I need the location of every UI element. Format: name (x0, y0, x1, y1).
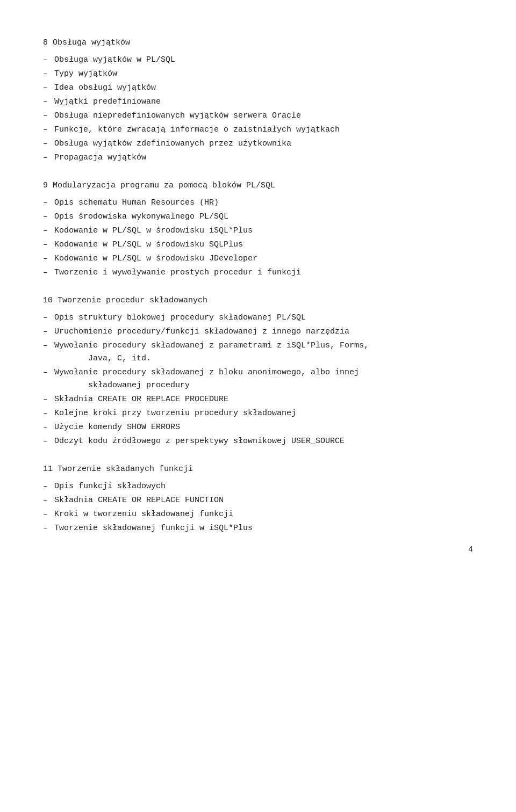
list-item: – Wywołanie procedury składowanej z blok… (43, 366, 473, 392)
list-item: – Obsługa wyjątków w PL/SQL (43, 54, 473, 67)
dash: – (43, 110, 48, 122)
dash: – (43, 325, 48, 338)
section-9-list: – Opis schematu Human Resources (HR) – O… (43, 197, 473, 279)
section-11-heading: 11 Tworzenie składanych funkcji (43, 463, 473, 476)
item-text: Obsługa wyjątków zdefiniowanych przez uż… (54, 137, 291, 150)
item-text: Idea obsługi wyjątków (54, 82, 156, 95)
list-item: – Kodowanie w PL/SQL w środowisku SQLPlu… (43, 238, 473, 251)
section-8-list: – Obsługa wyjątków w PL/SQL – Typy wyjąt… (43, 54, 473, 164)
dash: – (43, 82, 48, 95)
item-text: Tworzenie i wywoływanie prostych procedu… (54, 266, 301, 279)
dash: – (43, 266, 48, 279)
dash: – (43, 366, 48, 392)
list-item: – Propagacja wyjątków (43, 151, 473, 164)
list-item: – Składnia CREATE OR REPLACE FUNCTION (43, 494, 473, 507)
list-item: – Kodowanie w PL/SQL w środowisku iSQL*P… (43, 224, 473, 237)
list-item: – Tworzenie i wywoływanie prostych proce… (43, 266, 473, 279)
dash: – (43, 211, 48, 223)
item-text: Opis schematu Human Resources (HR) (54, 197, 219, 209)
dash: – (43, 137, 48, 150)
section-9-heading: 9 Modularyzacja programu za pomocą blokó… (43, 179, 473, 192)
dash: – (43, 68, 48, 81)
list-item: – Kroki w tworzeniu składowanej funkcji (43, 508, 473, 521)
item-text: Obsługa niepredefiniowanych wyjątków ser… (54, 110, 301, 122)
section-8-heading: 8 Obsługa wyjątków (43, 37, 473, 49)
section-11: 11 Tworzenie składanych funkcji – Opis f… (43, 463, 473, 535)
item-text: Kolejne kroki przy tworzeniu procedury s… (54, 407, 296, 420)
dash: – (43, 151, 48, 164)
dash: – (43, 508, 48, 521)
item-text: Użycie komendy SHOW ERRORS (54, 421, 180, 434)
list-item: – Obsługa wyjątków zdefiniowanych przez … (43, 137, 473, 150)
item-text: Propagacja wyjątków (54, 151, 146, 164)
list-item: – Typy wyjątków (43, 68, 473, 81)
item-text: Opis struktury blokowej procedury składo… (54, 311, 306, 324)
list-item: – Opis schematu Human Resources (HR) (43, 197, 473, 209)
list-item: – Opis środowiska wykonywalnego PL/SQL (43, 211, 473, 223)
dash: – (43, 393, 48, 406)
list-item: – Obsługa niepredefiniowanych wyjątków s… (43, 110, 473, 122)
section-10-heading: 10 Tworzenie procedur składowanych (43, 294, 473, 307)
list-item: – Wywołanie procedury składowanej z para… (43, 339, 473, 365)
list-item: – Kodowanie w PL/SQL w środowisku JDevel… (43, 252, 473, 265)
list-item: – Idea obsługi wyjątków (43, 82, 473, 95)
section-8: 8 Obsługa wyjątków – Obsługa wyjątków w … (43, 37, 473, 164)
item-text: Składnia CREATE OR REPLACE FUNCTION (54, 494, 224, 507)
list-item: – Tworzenie składowanej funkcji w iSQL*P… (43, 522, 473, 535)
item-text: Kodowanie w PL/SQL w środowisku JDevelop… (54, 252, 257, 265)
list-item: – Kolejne kroki przy tworzeniu procedury… (43, 407, 473, 420)
dash: – (43, 197, 48, 209)
section-9: 9 Modularyzacja programu za pomocą blokó… (43, 179, 473, 279)
dash: – (43, 494, 48, 507)
item-text: Opis środowiska wykonywalnego PL/SQL (54, 211, 228, 223)
item-text: Składnia CREATE OR REPLACE PROCEDURE (54, 393, 228, 406)
list-item: – Opis funkcji składowych (43, 480, 473, 493)
dash: – (43, 407, 48, 420)
item-text: Typy wyjątków (54, 68, 117, 81)
item-text: Kodowanie w PL/SQL w środowisku iSQL*Plu… (54, 224, 253, 237)
dash: – (43, 54, 48, 67)
list-item: – Wyjątki predefiniowane (43, 96, 473, 108)
dash: – (43, 339, 48, 365)
dash: – (43, 522, 48, 535)
section-10-list: – Opis struktury blokowej procedury skła… (43, 311, 473, 448)
item-text: Kodowanie w PL/SQL w środowisku SQLPlus (54, 238, 243, 251)
item-text: Tworzenie składowanej funkcji w iSQL*Plu… (54, 522, 253, 535)
list-item: – Funkcje, które zwracają informacje o z… (43, 124, 473, 136)
page-content: 8 Obsługa wyjątków – Obsługa wyjątków w … (43, 37, 473, 535)
item-text: Kroki w tworzeniu składowanej funkcji (54, 508, 233, 521)
dash: – (43, 96, 48, 108)
dash: – (43, 311, 48, 324)
item-text: Uruchomienie procedury/funkcji składowan… (54, 325, 349, 338)
item-text: Wywołanie procedury składowanej z bloku … (54, 366, 359, 392)
dash: – (43, 435, 48, 448)
dash: – (43, 124, 48, 136)
dash: – (43, 238, 48, 251)
section-11-list: – Opis funkcji składowych – Składnia CRE… (43, 480, 473, 535)
list-item: – Odczyt kodu źródłowego z perspektywy s… (43, 435, 473, 448)
section-10: 10 Tworzenie procedur składowanych – Opi… (43, 294, 473, 448)
list-item: – Opis struktury blokowej procedury skła… (43, 311, 473, 324)
list-item: – Użycie komendy SHOW ERRORS (43, 421, 473, 434)
list-item: – Składnia CREATE OR REPLACE PROCEDURE (43, 393, 473, 406)
item-text: Obsługa wyjątków w PL/SQL (54, 54, 175, 67)
item-text: Opis funkcji składowych (54, 480, 166, 493)
item-text: Wyjątki predefiniowane (54, 96, 161, 108)
item-text: Wywołanie procedury składowanej z parame… (54, 339, 369, 365)
dash: – (43, 224, 48, 237)
page-number: 4 (468, 543, 473, 556)
dash: – (43, 480, 48, 493)
dash: – (43, 252, 48, 265)
list-item: – Uruchomienie procedury/funkcji składow… (43, 325, 473, 338)
item-text: Funkcje, które zwracają informacje o zai… (54, 124, 340, 136)
dash: – (43, 421, 48, 434)
item-text: Odczyt kodu źródłowego z perspektywy sło… (54, 435, 345, 448)
